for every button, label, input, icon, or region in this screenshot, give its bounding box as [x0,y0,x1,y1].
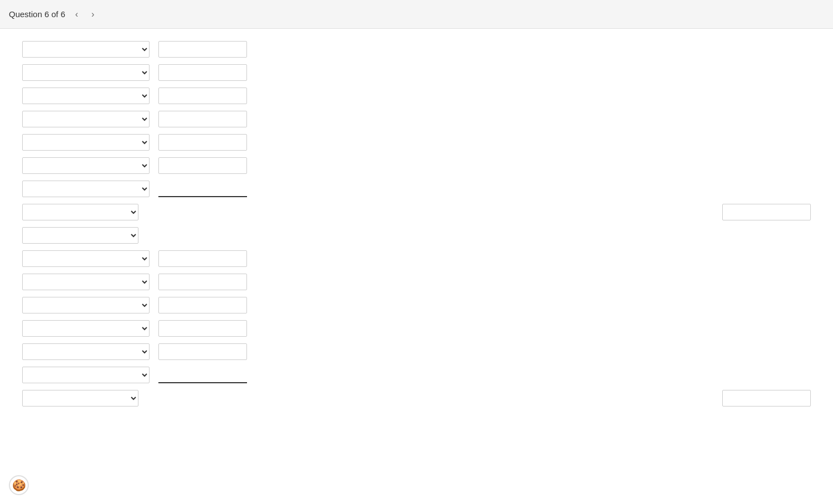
form-row [22,340,811,363]
select-row-3[interactable] [22,88,150,104]
select-row-8[interactable] [22,204,138,220]
form-row [22,38,811,61]
select-row-4[interactable] [22,111,150,127]
form-row [22,200,811,224]
question-label: Question 6 of 6 [9,9,65,19]
content-area [0,29,833,504]
right-input-row-16[interactable] [722,390,811,407]
select-row-16[interactable] [22,390,138,407]
select-row-6[interactable] [22,157,150,174]
next-button[interactable]: › [88,8,97,21]
text-input-row-6[interactable] [158,157,247,174]
text-input-row-13[interactable] [158,320,247,337]
form-row [22,387,811,410]
select-row-2[interactable] [22,64,150,81]
form-row [22,224,811,247]
text-input-row-2[interactable] [158,64,247,81]
prev-button[interactable]: ‹ [72,8,81,21]
text-input-row-14[interactable] [158,343,247,360]
text-input-row-7[interactable] [158,181,247,197]
form-row [22,363,811,387]
form-row [22,317,811,340]
text-input-row-11[interactable] [158,274,247,290]
text-input-row-1[interactable] [158,41,247,58]
select-row-10[interactable] [22,250,150,267]
select-row-11[interactable] [22,274,150,290]
text-input-row-12[interactable] [158,297,247,313]
form-row [22,107,811,131]
text-input-row-10[interactable] [158,250,247,267]
form-row [22,61,811,84]
select-row-9[interactable] [22,227,138,244]
text-input-row-15[interactable] [158,367,247,383]
form-row [22,177,811,200]
form-row [22,84,811,107]
select-row-1[interactable] [22,41,150,58]
select-row-13[interactable] [22,320,150,337]
text-input-row-3[interactable] [158,88,247,104]
form-row [22,270,811,294]
form-row [22,247,811,270]
cookie-button[interactable]: 🍪 [9,475,29,495]
form-row [22,131,811,154]
select-row-12[interactable] [22,297,150,313]
form-rows [22,38,811,410]
select-row-5[interactable] [22,134,150,151]
top-bar: Question 6 of 6 ‹ › [0,0,833,29]
right-input-row-8[interactable] [722,204,811,220]
cookie-icon: 🍪 [12,479,26,492]
form-row [22,154,811,177]
form-row [22,294,811,317]
text-input-row-5[interactable] [158,134,247,151]
select-row-14[interactable] [22,343,150,360]
select-row-15[interactable] [22,367,150,383]
select-row-7[interactable] [22,181,150,197]
text-input-row-4[interactable] [158,111,247,127]
